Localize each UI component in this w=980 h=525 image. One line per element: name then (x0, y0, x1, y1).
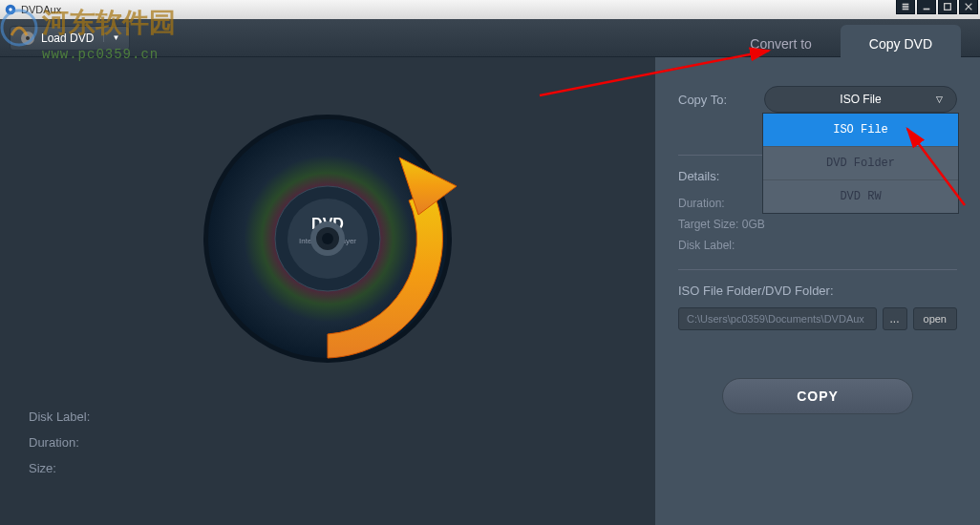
svg-rect-2 (903, 4, 909, 6)
copy-to-dropdown[interactable]: ISO File ▽ (764, 86, 957, 113)
details-label: Details: (678, 169, 764, 183)
chevron-down-icon: ▼ (103, 33, 119, 42)
maximize-button[interactable] (938, 0, 957, 14)
svg-rect-4 (903, 9, 909, 10)
settings-window-button[interactable] (896, 0, 915, 14)
svg-point-15 (322, 233, 333, 244)
dropdown-selected: ISO File (840, 93, 881, 106)
svg-rect-6 (945, 4, 951, 10)
left-disk-label-row: Disk Label: (29, 410, 627, 424)
iso-folder-label: ISO File Folder/DVD Folder: (678, 284, 957, 298)
copy-to-label: Copy To: (678, 93, 764, 107)
app-title: DVDAux (21, 4, 61, 15)
details-target-size: Target Size: 0GB (678, 218, 957, 231)
minimize-button[interactable] (917, 0, 936, 14)
left-duration-row: Duration: (29, 435, 627, 450)
svg-point-8 (26, 36, 30, 40)
triangle-down-icon: ▽ (936, 94, 943, 104)
svg-point-1 (9, 8, 12, 11)
path-input[interactable] (678, 307, 877, 330)
details-disk-label: Disk Label: (678, 239, 957, 252)
left-size-row: Size: (29, 461, 627, 475)
open-button[interactable]: open (913, 307, 957, 330)
load-dvd-label: Load DVD (41, 32, 94, 45)
dropdown-option-dvd-folder[interactable]: DVD Folder (763, 147, 958, 180)
dropdown-list: ISO File DVD Folder DVD RW (762, 113, 959, 214)
dropdown-option-dvd-rw[interactable]: DVD RW (763, 180, 958, 213)
dropdown-option-iso-file[interactable]: ISO File (763, 114, 958, 147)
svg-rect-5 (924, 9, 930, 10)
svg-rect-3 (903, 6, 909, 8)
left-panel: DVD Inter DVD Player Disk Label: Duratio… (0, 57, 655, 525)
app-icon (4, 3, 17, 16)
titlebar: DVDAux (0, 0, 980, 19)
disc-graphic: DVD Inter DVD Player (29, 95, 627, 381)
browse-button[interactable]: ... (883, 307, 907, 330)
disc-icon (20, 31, 35, 46)
load-dvd-button[interactable]: Load DVD ▼ (10, 26, 130, 51)
copy-button[interactable]: COPY (722, 378, 913, 414)
close-button[interactable] (959, 0, 978, 14)
right-panel: Copy To: ISO File ▽ ISO File DVD Folder … (655, 57, 980, 525)
